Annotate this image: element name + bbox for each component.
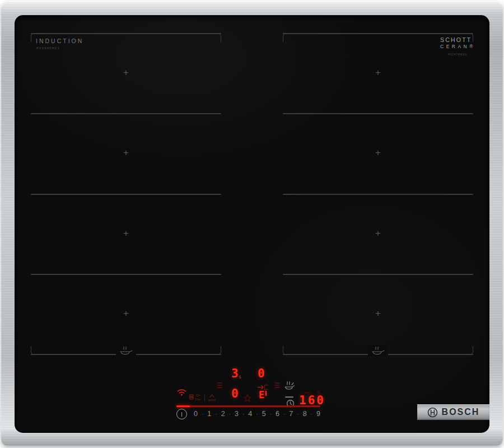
wifi-icon bbox=[177, 388, 186, 398]
residual-heat-indicator bbox=[274, 382, 279, 388]
flex-key-label: Flex bbox=[195, 398, 201, 402]
aux-function-keys: C≈ Flex boost bbox=[189, 394, 216, 402]
bosch-emblem-icon bbox=[427, 407, 438, 418]
stainless-frame: INDUCTION PXX645HC1 SCHOTT CERAN® HIGHTR… bbox=[1, 2, 503, 446]
level-1[interactable]: 1 bbox=[207, 410, 211, 418]
sparkle-icon bbox=[243, 394, 252, 403]
zone-plus-icon: + bbox=[31, 309, 221, 319]
power-level-display-bottom: 0 bbox=[231, 388, 239, 400]
flex-zone-right: + + + + bbox=[283, 33, 473, 355]
zone-divider bbox=[283, 113, 473, 114]
flex-key-symbol: C≈ bbox=[196, 394, 200, 398]
zone-plus-icon: + bbox=[283, 68, 473, 78]
zone-divider bbox=[283, 33, 473, 34]
flex-zone-left: + + + + bbox=[31, 33, 221, 355]
level-6[interactable]: 6 bbox=[276, 410, 279, 418]
perfect-fry-icon bbox=[116, 346, 136, 356]
power-button[interactable] bbox=[176, 409, 187, 419]
timer-unit: s bbox=[239, 374, 241, 380]
level-2[interactable]: 2 bbox=[221, 410, 225, 418]
zone-corner bbox=[283, 33, 292, 42]
vent-level-dash bbox=[285, 396, 293, 398]
boost-key[interactable]: boost bbox=[208, 394, 216, 402]
boost-peak-icon bbox=[209, 394, 214, 398]
zone-corner bbox=[31, 346, 40, 355]
level-4[interactable]: 4 bbox=[248, 410, 252, 418]
level-dot: · bbox=[229, 411, 231, 417]
zone-corner bbox=[464, 346, 473, 355]
bosch-badge: BOSCH bbox=[417, 404, 489, 420]
flex-key[interactable]: C≈ Flex bbox=[189, 394, 201, 402]
zone-divider bbox=[283, 274, 473, 275]
zone-corner bbox=[212, 346, 221, 355]
level-dot: · bbox=[256, 411, 258, 417]
temperature-display: 160 bbox=[299, 395, 325, 407]
zone-plus-icon: + bbox=[283, 148, 473, 158]
level-0[interactable]: 0 bbox=[194, 410, 198, 418]
zone-divider bbox=[31, 113, 221, 114]
ceran-glass-surface: INDUCTION PXX645HC1 SCHOTT CERAN® HIGHTR… bbox=[15, 15, 489, 433]
timer-digit: 3 bbox=[231, 367, 239, 380]
zone-plus-icon: + bbox=[283, 228, 473, 239]
slider-track bbox=[176, 405, 320, 407]
level-dot: · bbox=[297, 411, 298, 417]
timer-seconds-display: 3s bbox=[231, 368, 241, 380]
level-dot: · bbox=[270, 411, 272, 417]
level-digit: 0 bbox=[258, 367, 265, 380]
zone-letter: E bbox=[259, 390, 264, 400]
zone-corner bbox=[212, 33, 221, 42]
residual-heat-indicator bbox=[217, 382, 222, 388]
level-dot: · bbox=[202, 411, 203, 417]
zone-indicator-display: E bbox=[259, 390, 267, 400]
zone-plus-icon: + bbox=[31, 148, 221, 158]
zone-corner bbox=[31, 33, 40, 42]
aux-divider bbox=[204, 395, 205, 402]
level-dot: · bbox=[311, 411, 312, 417]
zone-divider bbox=[31, 274, 221, 275]
venting-icon[interactable] bbox=[283, 380, 296, 392]
level-9[interactable]: 9 bbox=[316, 410, 320, 418]
zone-indicator-bar bbox=[265, 391, 267, 396]
level-dot: · bbox=[242, 411, 244, 417]
level-digit: 0 bbox=[231, 387, 239, 400]
level-dot: · bbox=[283, 411, 285, 417]
zone-plus-icon: + bbox=[283, 309, 473, 319]
level-3[interactable]: 3 bbox=[235, 410, 239, 418]
zone-divider bbox=[283, 194, 473, 195]
zone-plus-icon: + bbox=[31, 228, 221, 239]
zone-divider bbox=[31, 194, 221, 195]
bosch-wordmark: BOSCH bbox=[442, 407, 480, 417]
power-level-display-top: 0 bbox=[258, 368, 265, 380]
power-icon bbox=[181, 412, 183, 417]
level-7[interactable]: 7 bbox=[289, 410, 293, 418]
slider-track-active bbox=[176, 405, 190, 407]
zone-divider bbox=[31, 33, 221, 34]
zone-corner bbox=[283, 346, 292, 355]
boost-key-label: boost bbox=[208, 399, 216, 402]
level-dot: · bbox=[215, 411, 217, 417]
zone-corner bbox=[464, 33, 473, 42]
flex-induction-icon bbox=[189, 394, 194, 399]
zone-plus-icon: + bbox=[31, 68, 221, 78]
level-5[interactable]: 5 bbox=[262, 410, 266, 418]
power-level-slider[interactable]: 0· 1· 2· 3· 4· 5· 6· 7· 8· 9 bbox=[194, 410, 320, 418]
perfect-fry-icon bbox=[368, 346, 388, 356]
level-8[interactable]: 8 bbox=[303, 410, 307, 418]
